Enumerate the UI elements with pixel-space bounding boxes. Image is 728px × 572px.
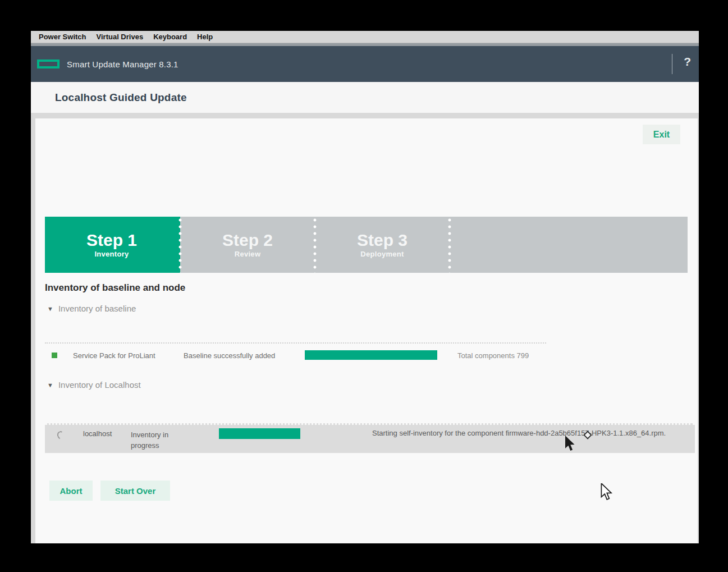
baseline-section-title: Inventory of baseline [58,304,136,313]
step-label: Step 1 [86,232,137,249]
menu-keyboard[interactable]: Keyboard [148,33,192,41]
menu-virtual-drives[interactable]: Virtual Drives [91,33,149,41]
menu-power-switch[interactable]: Power Switch [34,33,91,41]
node-progress-bar [219,428,300,439]
local-cursor-icon [600,483,613,501]
page-title-bar: Localhost Guided Update [31,82,699,113]
exit-button[interactable]: Exit [643,125,680,144]
step-progress-bar: Step 1 Inventory Step 2 Review Step 3 De… [45,217,688,273]
page-title: Localhost Guided Update [55,91,187,104]
step-bar-remainder [451,217,688,273]
localhost-section-toggle[interactable]: ▼ Inventory of Localhost [47,380,141,390]
step-inventory[interactable]: Step 1 Inventory [45,217,178,273]
baseline-section-toggle[interactable]: ▼ Inventory of baseline [47,304,136,313]
baseline-total-components: Total components 799 [457,351,529,360]
node-name: localhost [83,429,112,438]
app-title: Smart Update Manager 8.3.1 [67,60,178,69]
step-label: Step 2 [222,232,273,249]
baseline-row: Service Pack for ProLiant Baseline succe… [45,347,688,368]
localhost-row: localhost Inventory in progress Starting… [45,423,695,453]
collapse-triangle-icon: ▼ [47,382,53,388]
baseline-progress-fill [305,350,437,360]
abort-button[interactable]: Abort [49,481,93,501]
step-label: Step 3 [357,232,408,249]
remote-console-screen: Power Switch Virtual Drives Keyboard Hel… [0,0,728,572]
sum-window: Power Switch Virtual Drives Keyboard Hel… [31,31,699,543]
step-sublabel: Review [235,250,261,258]
hpe-logo-icon [37,60,59,68]
status-ok-icon [52,353,57,358]
help-icon[interactable]: ? [684,55,691,68]
app-header: Smart Update Manager 8.3.1 ? [31,46,699,82]
console-menu-bar: Power Switch Virtual Drives Keyboard Hel… [31,31,699,43]
menu-help[interactable]: Help [192,33,218,41]
baseline-status: Baseline successfully added [184,351,275,360]
content-wrapper: Exit Step 1 Inventory Step 2 Review Step… [31,113,699,543]
guided-update-card: Exit Step 1 Inventory Step 2 Review Step… [35,118,698,543]
localhost-section-title: Inventory of Localhost [58,380,141,390]
spinner-icon [56,430,66,441]
dotted-separator [45,342,546,344]
step-deployment[interactable]: Step 3 Deployment [317,217,448,273]
header-divider [672,54,672,74]
baseline-name: Service Pack for ProLiant [73,351,155,360]
step-review[interactable]: Step 2 Review [182,217,313,273]
baseline-progress-bar [305,350,437,360]
collapse-triangle-icon: ▼ [47,305,53,312]
node-progress-fill [219,428,300,439]
step-sublabel: Inventory [94,250,129,258]
section-heading: Inventory of baseline and node [45,282,185,294]
step-sublabel: Deployment [360,250,404,258]
node-status: Inventory in progress [131,429,178,451]
node-progress-message: Starting self-inventory for the componen… [372,428,691,438]
start-over-button[interactable]: Start Over [100,481,170,501]
